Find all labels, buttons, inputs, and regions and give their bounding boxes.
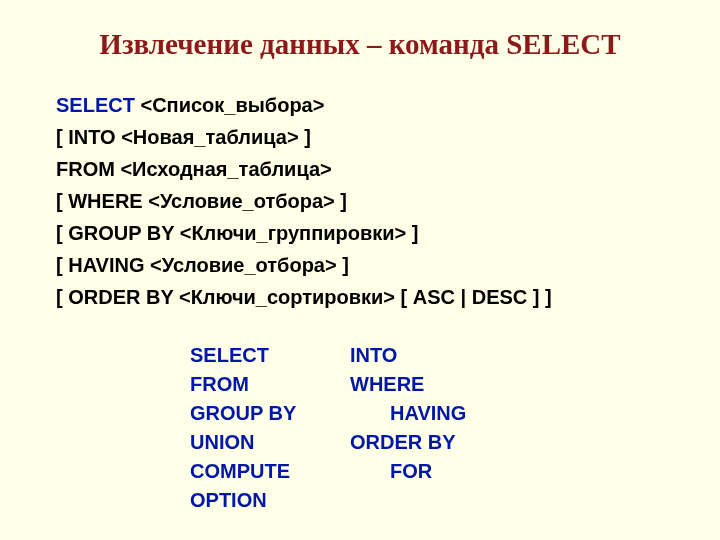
keyword-item: COMPUTE [190,457,350,486]
syntax-line-orderby: [ ORDER BY <Ключи_сортировки> [ ASC | DE… [56,281,680,313]
keyword-item: UNION [190,428,350,457]
keywords-list: SELECT INTO FROM WHERE GROUP BY HAVING U… [190,341,680,515]
syntax-line-where: [ WHERE <Условие_отбора> ] [56,185,680,217]
keyword-select: SELECT [56,94,135,116]
slide: Извлечение данных – команда SELECT SELEC… [0,0,720,540]
keyword-item: GROUP BY [190,399,350,428]
syntax-line-into: [ INTO <Новая_таблица> ] [56,121,680,153]
text-select-list: <Список_выбора> [135,94,325,116]
sql-syntax-block: SELECT <Список_выбора> [ INTO <Новая_таб… [56,89,680,313]
keyword-item: OPTION [190,486,350,515]
keywords-row: OPTION [190,486,680,515]
keyword-item: WHERE [350,370,424,399]
keyword-item: HAVING [350,399,466,428]
syntax-line-select: SELECT <Список_выбора> [56,89,680,121]
keyword-item: ORDER BY [350,428,456,457]
keywords-row: GROUP BY HAVING [190,399,680,428]
keywords-row: UNION ORDER BY [190,428,680,457]
slide-title: Извлечение данных – команда SELECT [40,28,680,61]
syntax-line-groupby: [ GROUP BY <Ключи_группировки> ] [56,217,680,249]
keywords-row: SELECT INTO [190,341,680,370]
syntax-line-from: FROM <Исходная_таблица> [56,153,680,185]
keyword-item: SELECT [190,341,350,370]
keywords-row: FROM WHERE [190,370,680,399]
keyword-item: INTO [350,341,397,370]
keyword-item: FROM [190,370,350,399]
syntax-line-having: [ HAVING <Условие_отбора> ] [56,249,680,281]
keywords-row: COMPUTE FOR [190,457,680,486]
keyword-item: FOR [350,457,432,486]
